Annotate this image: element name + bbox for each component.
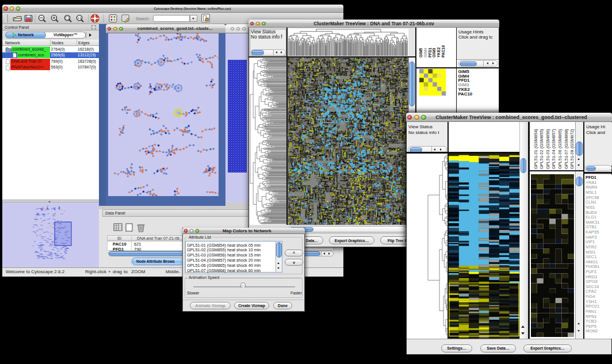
svg-text:GPL51-02 (GSM855): GPL51-02 (GSM855) [539, 129, 544, 169]
svg-text:GIM5: GIM5 [419, 48, 423, 58]
svg-text:GPL51-04 (GSM857): GPL51-04 (GSM857) [551, 129, 556, 169]
svg-text:GPL51-08 (GSM872): GPL51-08 (GSM872) [569, 129, 575, 169]
svg-text:PAC10: PAC10 [441, 45, 445, 58]
svg-text:GIM3: GIM3 [432, 48, 436, 58]
svg-text:GPL51-07 (GSM868): GPL51-07 (GSM868) [564, 129, 569, 169]
svg-text:GPL51-01 (GSM854): GPL51-01 (GSM854) [533, 129, 538, 169]
svg-text:GPL51-06 (GSM865): GPL51-06 (GSM865) [557, 129, 563, 169]
svg-text:GIM4: GIM4 [423, 48, 427, 58]
svg-text:1:1: 1:1 [78, 17, 82, 20]
svg-text:Search:: Search: [136, 17, 150, 21]
svg-text:PFD1: PFD1 [428, 47, 432, 58]
svg-text:GPL51-03 (GSM856): GPL51-03 (GSM856) [545, 129, 550, 169]
svg-text:YKE2: YKE2 [437, 47, 441, 58]
